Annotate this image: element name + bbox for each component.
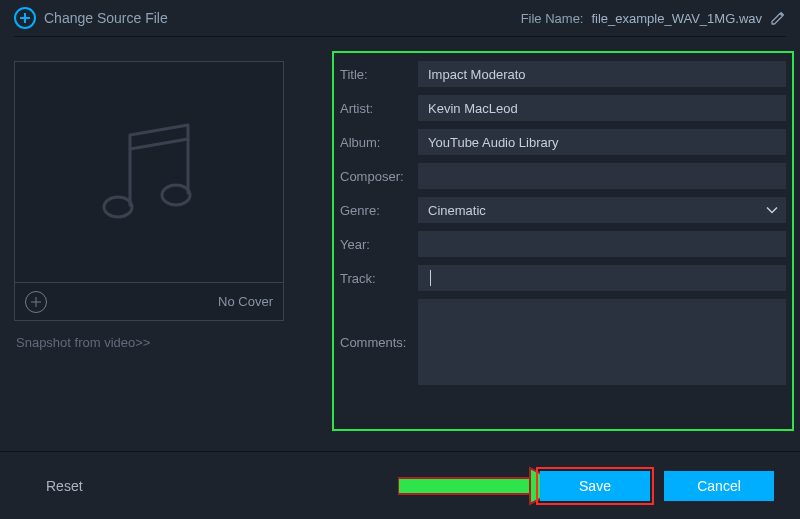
artist-input[interactable] xyxy=(418,95,786,121)
change-source-label: Change Source File xyxy=(44,10,168,26)
year-input[interactable] xyxy=(418,231,786,257)
save-button[interactable]: Save xyxy=(540,471,650,501)
text-cursor-icon xyxy=(430,270,431,286)
plus-circle-icon xyxy=(14,7,36,29)
change-source-button[interactable]: Change Source File xyxy=(14,7,168,29)
cover-column: No Cover Snapshot from video>> xyxy=(14,61,292,441)
svg-rect-2 xyxy=(398,478,530,494)
year-label: Year: xyxy=(340,237,418,252)
artist-label: Artist: xyxy=(340,101,418,116)
edit-filename-button[interactable] xyxy=(770,10,786,26)
metadata-form: Title: Artist: Album: Composer: Genre: Y… xyxy=(340,61,786,441)
track-label: Track: xyxy=(340,271,418,286)
comments-input[interactable] xyxy=(418,299,786,385)
composer-label: Composer: xyxy=(340,169,418,184)
album-input[interactable] xyxy=(418,129,786,155)
footer-bar: Reset Save Cancel xyxy=(0,451,800,519)
album-label: Album: xyxy=(340,135,418,150)
header-bar: Change Source File File Name: file_examp… xyxy=(0,0,800,36)
svg-point-0 xyxy=(104,197,132,217)
body: No Cover Snapshot from video>> Title: Ar… xyxy=(0,37,800,451)
file-name-value: file_example_WAV_1MG.wav xyxy=(591,11,762,26)
cover-art-placeholder xyxy=(15,62,283,282)
cover-footer: No Cover xyxy=(15,282,283,320)
svg-point-1 xyxy=(162,185,190,205)
snapshot-from-video-link[interactable]: Snapshot from video>> xyxy=(14,335,292,350)
reset-button[interactable]: Reset xyxy=(46,478,83,494)
file-name-block: File Name: file_example_WAV_1MG.wav xyxy=(521,10,786,26)
genre-select[interactable] xyxy=(418,197,786,223)
genre-label: Genre: xyxy=(340,203,418,218)
cover-box: No Cover xyxy=(14,61,284,321)
title-input[interactable] xyxy=(418,61,786,87)
title-label: Title: xyxy=(340,67,418,82)
file-name-label: File Name: xyxy=(521,11,584,26)
cancel-button[interactable]: Cancel xyxy=(664,471,774,501)
track-input[interactable] xyxy=(418,265,786,291)
comments-label: Comments: xyxy=(340,335,418,350)
metadata-editor-window: Change Source File File Name: file_examp… xyxy=(0,0,800,519)
add-cover-button[interactable] xyxy=(25,291,47,313)
composer-input[interactable] xyxy=(418,163,786,189)
no-cover-label: No Cover xyxy=(218,294,273,309)
music-note-icon xyxy=(84,107,214,237)
